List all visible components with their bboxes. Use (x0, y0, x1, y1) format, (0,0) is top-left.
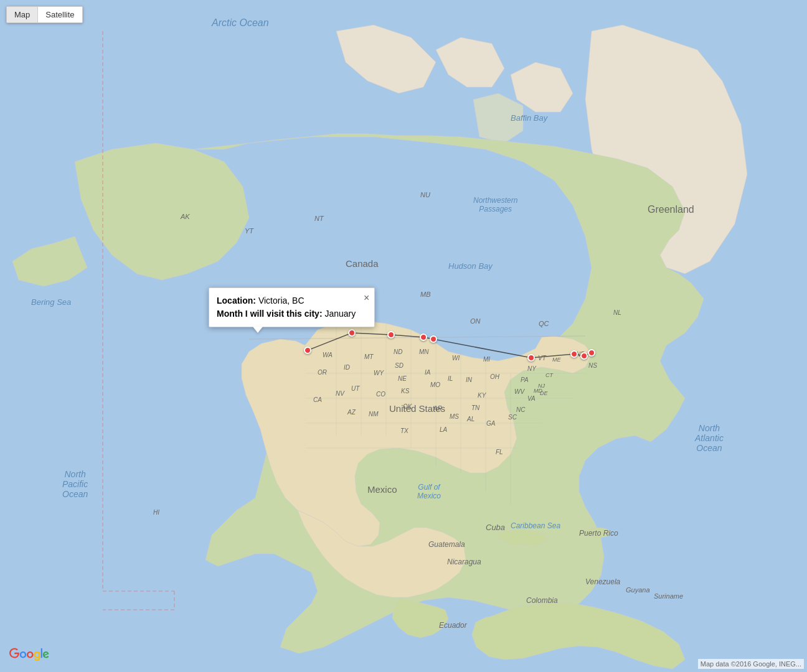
map-container: Arctic Ocean NorthPacificOcean NorthAtla… (0, 0, 807, 672)
satellite-view-button[interactable]: Satellite (38, 7, 82, 22)
pin-9[interactable] (588, 349, 595, 357)
google-logo (9, 646, 49, 663)
popup-month-value: January (324, 309, 356, 319)
copyright-text: Map data ©2016 Google, INEG... (698, 659, 804, 669)
pin-3[interactable] (387, 331, 395, 338)
location-popup: × Location: Victoria, BC Month I will vi… (209, 287, 375, 327)
pin-5[interactable] (430, 335, 437, 343)
popup-location-label: Location: (217, 296, 256, 306)
popup-month-label: Month I will visit this city: (217, 309, 323, 319)
pin-7[interactable] (570, 350, 578, 358)
popup-close-button[interactable]: × (364, 293, 369, 303)
pin-4[interactable] (420, 334, 427, 341)
pin-6[interactable] (527, 354, 535, 362)
pin-victoria[interactable] (304, 347, 311, 354)
pin-2[interactable] (348, 329, 356, 337)
pin-8[interactable] (580, 352, 588, 360)
svg-point-1 (585, 528, 610, 538)
popup-month-line: Month I will visit this city: January (217, 307, 356, 320)
popup-location-value: Victoria, BC (258, 296, 304, 306)
popup-arrow (253, 327, 263, 333)
map-type-control: Map Satellite (6, 6, 83, 23)
popup-location-line: Location: Victoria, BC (217, 294, 356, 307)
map-view-button[interactable]: Map (7, 7, 38, 22)
